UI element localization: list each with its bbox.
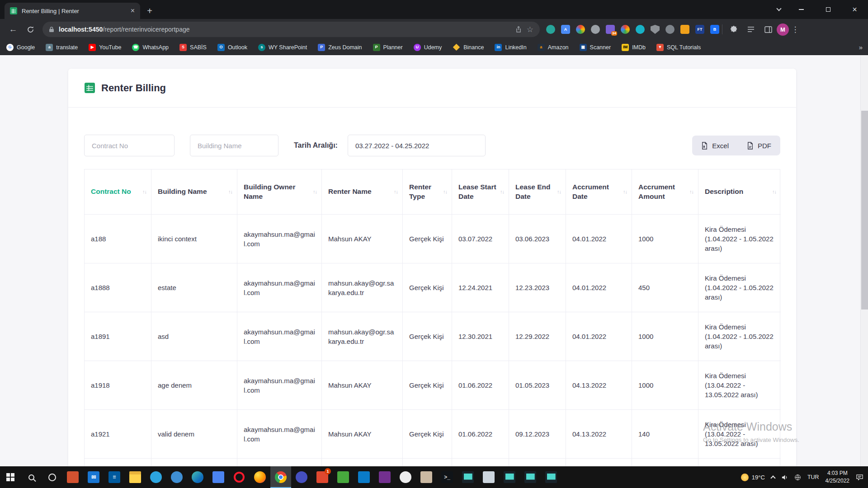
cortana-button[interactable] bbox=[42, 466, 62, 488]
bookmark-binance[interactable]: Binance bbox=[453, 44, 484, 51]
extensions-puzzle-icon[interactable] bbox=[725, 21, 742, 38]
profile-avatar[interactable]: M bbox=[777, 23, 789, 36]
bookmarks-overflow-icon[interactable]: » bbox=[859, 43, 862, 51]
taskbar-app-discord[interactable] bbox=[291, 466, 312, 488]
translate-extension-icon[interactable]: A bbox=[561, 25, 570, 34]
b-extension-icon[interactable]: B bbox=[710, 25, 719, 34]
taskbar-app-monitor[interactable] bbox=[458, 466, 478, 488]
reading-list-icon[interactable] bbox=[742, 21, 760, 38]
taskbar-app-chrome[interactable] bbox=[270, 466, 291, 488]
action-center-icon[interactable] bbox=[856, 474, 863, 481]
taskbar-app-opera[interactable] bbox=[229, 466, 250, 488]
column-header-renter-type[interactable]: Renter Type↑↓ bbox=[403, 169, 452, 215]
taskbar-app-rainmeter[interactable] bbox=[166, 466, 187, 488]
pdf-export-button[interactable]: PDF bbox=[738, 136, 780, 155]
lock-icon[interactable] bbox=[49, 26, 54, 33]
table-cell: akaymahsun.ma@gmail.com bbox=[237, 361, 322, 410]
bookmark-scanner[interactable]: ▣Scanner bbox=[580, 44, 611, 51]
network-icon[interactable] bbox=[794, 474, 801, 481]
bookmark-linkedin[interactable]: inLinkedIn bbox=[495, 44, 526, 51]
bookmark-label: Zeus Domain bbox=[328, 44, 362, 51]
hidden-icons-chevron-icon[interactable] bbox=[770, 475, 775, 480]
bookmark-sql-tutorials[interactable]: ▼SQL Tutorials bbox=[656, 44, 701, 51]
orange-extension-icon[interactable] bbox=[621, 25, 630, 34]
side-panel-icon[interactable] bbox=[760, 21, 777, 38]
back-button[interactable]: ← bbox=[5, 21, 22, 38]
bookmark-sabis[interactable]: SSABİS bbox=[179, 44, 207, 51]
clock-widget[interactable]: 4:03 PM 4/25/2022 bbox=[826, 469, 849, 485]
address-bar[interactable]: localhost:5450/report/renterinvoicerepor… bbox=[42, 22, 540, 37]
bookmark-star-icon[interactable]: ☆ bbox=[527, 25, 533, 34]
building-name-input[interactable] bbox=[190, 135, 278, 156]
lightning-extension-icon[interactable] bbox=[680, 25, 689, 34]
bookmark-planner[interactable]: PPlanner bbox=[373, 44, 403, 51]
bookmark-imdb[interactable]: IMIMDb bbox=[622, 44, 646, 51]
bookmark-google[interactable]: GGoogle bbox=[6, 44, 35, 51]
taskbar-search-button[interactable] bbox=[21, 466, 42, 488]
taskbar-app-guitar[interactable] bbox=[416, 466, 437, 488]
taskbar-app-mail[interactable]: ✉ bbox=[83, 466, 104, 488]
badge-extension-icon[interactable]: 34 bbox=[606, 25, 615, 34]
column-header-lease-start-date[interactable]: Lease Start Date↑↓ bbox=[452, 169, 509, 215]
tab-close-icon[interactable]: × bbox=[131, 7, 135, 14]
taskbar-app-visual-studio[interactable] bbox=[374, 466, 395, 488]
excel-export-button[interactable]: Excel bbox=[692, 136, 738, 155]
taskbar-app-teams[interactable] bbox=[208, 466, 229, 488]
cloud-extension-icon[interactable] bbox=[546, 25, 555, 34]
taskbar-app-paint[interactable] bbox=[478, 466, 499, 488]
bookmark-udemy[interactable]: UUdemy bbox=[414, 44, 442, 51]
start-button[interactable] bbox=[0, 466, 21, 488]
date-range-input[interactable] bbox=[348, 135, 486, 156]
bookmark-whatsapp[interactable]: ☎WhatsApp bbox=[132, 44, 169, 51]
new-tab-button[interactable]: + bbox=[143, 4, 156, 18]
column-header-description[interactable]: Description↑↓ bbox=[698, 169, 781, 215]
bookmark-youtube[interactable]: ▶YouTube bbox=[89, 44, 121, 51]
ft-extension-icon[interactable]: FT bbox=[695, 25, 704, 34]
bookmark-sharepoint[interactable]: sWY SharePoint bbox=[258, 44, 307, 51]
gray-extension-icon[interactable] bbox=[591, 25, 600, 34]
weather-widget[interactable]: 19°C bbox=[741, 474, 765, 481]
column-header-renter-name[interactable]: Renter Name↑↓ bbox=[322, 169, 403, 215]
bookmark-outlook[interactable]: OOutlook bbox=[217, 44, 247, 51]
taskbar-app-green[interactable] bbox=[333, 466, 354, 488]
column-header-contract-no[interactable]: Contract No↑↓ bbox=[85, 169, 151, 215]
taskbar-app-alarm[interactable]: 1 bbox=[312, 466, 333, 488]
taskbar-app-rdp-1[interactable] bbox=[499, 466, 520, 488]
rainbow-extension-icon[interactable] bbox=[576, 25, 585, 34]
reload-button[interactable] bbox=[22, 21, 39, 38]
maximize-button[interactable] bbox=[815, 0, 841, 19]
taskbar-app-vscode[interactable] bbox=[354, 466, 374, 488]
column-header-building-owner-name[interactable]: Building Owner Name↑↓ bbox=[237, 169, 322, 215]
share-icon[interactable] bbox=[515, 26, 522, 33]
column-header-lease-end-date[interactable]: Lease End Date↑↓ bbox=[509, 169, 566, 215]
browser-menu-icon[interactable]: ⋮ bbox=[789, 25, 802, 34]
browser-tab[interactable]: Renter Billing | Renter × bbox=[5, 3, 140, 19]
close-button[interactable]: × bbox=[841, 0, 868, 19]
column-header-accrument-date[interactable]: Accrument Date↑↓ bbox=[566, 169, 632, 215]
speaker-icon[interactable] bbox=[781, 474, 788, 481]
contract-no-input[interactable] bbox=[84, 135, 175, 156]
language-indicator[interactable]: TUR bbox=[807, 474, 819, 480]
camera-extension-icon[interactable] bbox=[665, 25, 675, 34]
minimize-button[interactable] bbox=[788, 0, 815, 19]
page-scrollbar[interactable] bbox=[860, 55, 868, 466]
bookmark-amazon[interactable]: aAmazon bbox=[538, 44, 569, 51]
shield-extension-icon[interactable] bbox=[651, 25, 660, 34]
tab-search-chevron-icon[interactable] bbox=[770, 0, 788, 19]
column-header-accrument-amount[interactable]: Accrument Amount↑↓ bbox=[632, 169, 698, 215]
taskbar-app-telegram[interactable] bbox=[146, 466, 166, 488]
taskbar-app-file-explorer[interactable] bbox=[125, 466, 146, 488]
scrollbar-thumb[interactable] bbox=[861, 111, 868, 310]
taskbar-app-rdp-3[interactable] bbox=[541, 466, 561, 488]
taskbar-app-rdp-2[interactable] bbox=[520, 466, 541, 488]
taskbar-app-cmd[interactable]: >_ bbox=[437, 466, 458, 488]
taskbar-app-football[interactable] bbox=[395, 466, 416, 488]
teal-extension-icon[interactable] bbox=[636, 25, 645, 34]
bookmark-translate[interactable]: atranslate bbox=[46, 44, 78, 51]
taskbar-app-firefox[interactable] bbox=[250, 466, 270, 488]
taskbar-app-edge[interactable] bbox=[187, 466, 208, 488]
bookmark-zeus-domain[interactable]: PZeus Domain bbox=[318, 44, 362, 51]
taskbar-app-calculator[interactable]: = bbox=[104, 466, 125, 488]
column-header-building-name[interactable]: Building Name↑↓ bbox=[151, 169, 237, 215]
taskbar-app-office[interactable] bbox=[62, 466, 83, 488]
